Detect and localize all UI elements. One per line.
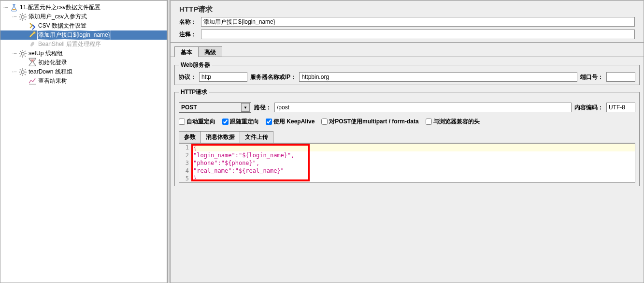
svg-line-5 [20, 14, 21, 15]
svg-line-26 [20, 74, 21, 75]
gear-icon [19, 68, 27, 76]
svg-line-25 [25, 69, 26, 70]
protocol-label: 协议： [179, 73, 196, 81]
tree-node-csv-config[interactable]: CSV 数据文件设置 [0, 21, 167, 30]
tree-node-label: 11.配置元件之csv数据文件配置 [19, 3, 101, 12]
body-tabs: 参数 消息体数据 文件上传 [179, 131, 635, 143]
tab-body-data[interactable]: 消息体数据 [200, 131, 240, 143]
tree-node-label: 初始化登录 [37, 59, 68, 67]
protocol-input[interactable] [199, 72, 247, 82]
code-line-5: } [193, 175, 197, 182]
tree-node-setup-thread[interactable]: ◦─ setUp 线程组 [0, 49, 167, 58]
svg-line-16 [25, 51, 26, 52]
tree-node-label: 添加用户_csv入参方式 [28, 13, 88, 21]
code-line-3: "phone":"${phone}", [193, 160, 259, 166]
sampler-tabs: 基本 高级 [171, 46, 644, 57]
svg-line-24 [25, 74, 26, 75]
code-lines[interactable]: { "login_name":"${login_name}", "phone":… [191, 144, 635, 182]
line-gutter: 12345 [179, 144, 191, 182]
svg-line-7 [25, 14, 26, 15]
follow-redirect-label: 跟随重定向 [230, 118, 259, 126]
gear-icon [19, 13, 27, 21]
tree-node-results-tree[interactable]: 查看结果树 [0, 76, 167, 86]
name-input[interactable] [201, 17, 635, 27]
tab-parameters[interactable]: 参数 [179, 131, 201, 143]
tab-basic[interactable]: 基本 [174, 46, 199, 57]
tree-node-test-plan[interactable]: ◦─ 11.配置元件之csv数据文件配置 [0, 3, 167, 12]
encoding-input[interactable] [606, 103, 635, 112]
tree-node-init-login[interactable]: 初始化登录 [0, 58, 167, 67]
pipette-icon [29, 31, 36, 39]
code-line-4: "real_name":"${real_name}" [193, 167, 284, 174]
tree-node-teardown-thread[interactable]: ◦─ tearDown 线程组 [0, 67, 167, 76]
multipart-checkbox[interactable] [321, 119, 328, 125]
browser-headers-checkbox[interactable] [426, 119, 432, 125]
chart-icon [29, 77, 36, 85]
svg-line-15 [25, 56, 26, 57]
svg-point-0 [21, 15, 24, 18]
hourglass-icon [29, 59, 36, 67]
svg-line-14 [20, 51, 21, 52]
svg-point-9 [21, 52, 24, 55]
server-label: 服务器名称或IP： [250, 73, 296, 81]
tree-node-beanshell[interactable]: BeanShell 后置处理程序 [0, 40, 167, 49]
page-title: HTTP请求 [179, 5, 635, 14]
tree-node-label: tearDown 线程组 [28, 68, 73, 76]
comment-input[interactable] [201, 30, 635, 39]
svg-line-23 [20, 69, 21, 70]
auto-redirect-label: 自动重定向 [186, 118, 215, 126]
path-label: 路径： [254, 104, 272, 112]
name-label: 名称： [179, 18, 201, 26]
gear-icon [19, 50, 27, 58]
port-input[interactable] [606, 72, 635, 82]
bean-icon [29, 41, 36, 48]
comment-label: 注释： [179, 30, 201, 39]
method-value: POST [181, 104, 197, 111]
test-plan-tree[interactable]: ◦─ 11.配置元件之csv数据文件配置 ◦─ 添加用户_csv入参方式 CSV… [0, 0, 167, 283]
path-input[interactable] [274, 103, 572, 112]
tree-node-label: 添加用户接口${login_name} [37, 30, 111, 40]
webserver-legend: Web服务器 [179, 61, 212, 69]
svg-point-18 [21, 71, 24, 74]
tree-toggle-icon[interactable]: ◦─ [11, 51, 17, 57]
browser-headers-label: 与浏览器兼容的头 [433, 118, 480, 126]
multipart-label: 对POST使用multipart / form-data [329, 118, 418, 126]
keepalive-label: 使用 KeepAlive [273, 118, 315, 126]
flask-icon [10, 4, 18, 12]
svg-line-8 [20, 19, 21, 20]
auto-redirect-checkbox[interactable] [179, 119, 185, 125]
tree-toggle-icon[interactable]: ◦─ [2, 5, 8, 11]
chevron-down-icon: ▼ [241, 103, 250, 112]
http-request-legend: HTTP请求 [179, 88, 209, 96]
tree-node-label: BeanShell 后置处理程序 [37, 40, 102, 48]
svg-line-17 [20, 56, 21, 57]
keepalive-checkbox[interactable] [266, 119, 272, 125]
webserver-fieldset: Web服务器 协议： 服务器名称或IP： 端口号： [174, 61, 640, 85]
tree-node-http-request[interactable]: 添加用户接口${login_name} [0, 30, 167, 40]
http-request-fieldset: HTTP请求 POST ▼ 路径： 内容编码： 自动重定向 跟随重定向 [174, 88, 640, 186]
csv-icon [29, 22, 36, 30]
body-code-editor[interactable]: 12345 { "login_name":"${login_name}", "p… [179, 143, 635, 183]
port-label: 端口号： [580, 73, 603, 81]
tree-node-label: 查看结果树 [37, 77, 68, 85]
tree-node-label: CSV 数据文件设置 [37, 22, 87, 30]
encoding-label: 内容编码： [574, 104, 603, 112]
code-line-1: { [193, 144, 197, 151]
tab-advanced[interactable]: 高级 [198, 46, 222, 57]
tree-node-thread-group[interactable]: ◦─ 添加用户_csv入参方式 [0, 12, 167, 21]
follow-redirect-checkbox[interactable] [222, 119, 229, 125]
tree-node-label: setUp 线程组 [28, 49, 64, 58]
tree-toggle-icon[interactable]: ◦─ [11, 14, 17, 20]
tab-file-upload[interactable]: 文件上传 [240, 131, 273, 143]
code-line-2: "login_name":"${login_name}", [193, 152, 295, 159]
svg-line-6 [25, 19, 26, 20]
server-input[interactable] [299, 72, 577, 82]
method-select[interactable]: POST ▼ [179, 102, 251, 113]
tree-toggle-icon[interactable]: ◦─ [11, 69, 17, 75]
sampler-editor-panel: HTTP请求 名称： 注释： 基本 高级 Web服务器 协议： [170, 0, 644, 283]
